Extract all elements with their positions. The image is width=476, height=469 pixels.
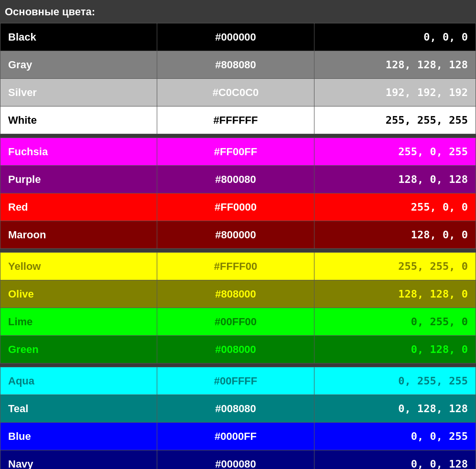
color-hex-cell: #800080 (157, 166, 314, 193)
table-row: Blue#0000FF0, 0, 255 (0, 423, 476, 450)
color-rgb-cell: 0, 128, 128 (314, 395, 476, 423)
table-row: Lime#00FF000, 255, 0 (0, 308, 476, 336)
color-rgb-cell: 0, 0, 0 (314, 23, 476, 51)
table-row: Purple#800080128, 0, 128 (0, 166, 476, 193)
color-rgb-cell: 128, 0, 0 (314, 221, 476, 249)
table-row: Teal#0080800, 128, 128 (0, 395, 476, 423)
table-row: Fuchsia#FF00FF255, 0, 255 (0, 138, 476, 166)
color-hex-cell: #800000 (157, 221, 314, 249)
color-rgb-cell: 255, 255, 255 (314, 107, 476, 134)
color-name-cell: White (0, 107, 157, 134)
color-name-cell: Black (0, 23, 157, 51)
color-hex-cell: #FFFFFF (157, 107, 314, 134)
table-row: Olive#808000128, 128, 0 (0, 280, 476, 308)
color-rgb-cell: 128, 128, 128 (314, 51, 476, 79)
color-hex-cell: #00FFFF (157, 367, 314, 395)
table-row: Yellow#FFFF00255, 255, 0 (0, 253, 476, 280)
color-rgb-cell: 0, 0, 255 (314, 423, 476, 450)
color-name-cell: Maroon (0, 221, 157, 249)
color-hex-cell: #00FF00 (157, 308, 314, 336)
table-row: Red#FF0000255, 0, 0 (0, 193, 476, 221)
color-hex-cell: #FFFF00 (157, 253, 314, 280)
color-table: Black#0000000, 0, 0Gray#808080128, 128, … (0, 23, 476, 469)
color-name-cell: Blue (0, 423, 157, 450)
table-row: Maroon#800000128, 0, 0 (0, 221, 476, 249)
table-row: Silver#C0C0C0192, 192, 192 (0, 79, 476, 107)
color-name-cell: Fuchsia (0, 138, 157, 166)
page-title: Основные цвета: (0, 0, 476, 23)
color-rgb-cell: 128, 128, 0 (314, 280, 476, 308)
table-row: White#FFFFFF255, 255, 255 (0, 107, 476, 134)
color-rgb-cell: 128, 0, 128 (314, 166, 476, 193)
table-row: Gray#808080128, 128, 128 (0, 51, 476, 79)
color-hex-cell: #808080 (157, 51, 314, 79)
table-row: Green#0080000, 128, 0 (0, 336, 476, 363)
color-hex-cell: #008000 (157, 336, 314, 363)
color-name-cell: Olive (0, 280, 157, 308)
color-hex-cell: #000080 (157, 450, 314, 469)
color-name-cell: Yellow (0, 253, 157, 280)
color-rgb-cell: 255, 0, 0 (314, 193, 476, 221)
color-name-cell: Red (0, 193, 157, 221)
color-name-cell: Navy (0, 450, 157, 469)
color-hex-cell: #FF00FF (157, 138, 314, 166)
color-name-cell: Gray (0, 51, 157, 79)
color-rgb-cell: 0, 128, 0 (314, 336, 476, 363)
color-name-cell: Purple (0, 166, 157, 193)
color-hex-cell: #808000 (157, 280, 314, 308)
color-rgb-cell: 0, 255, 0 (314, 308, 476, 336)
color-name-cell: Aqua (0, 367, 157, 395)
color-name-cell: Green (0, 336, 157, 363)
table-row: Aqua#00FFFF0, 255, 255 (0, 367, 476, 395)
color-rgb-cell: 0, 255, 255 (314, 367, 476, 395)
color-name-cell: Teal (0, 395, 157, 423)
color-hex-cell: #000000 (157, 23, 314, 51)
table-row: Black#0000000, 0, 0 (0, 23, 476, 51)
color-name-cell: Lime (0, 308, 157, 336)
color-name-cell: Silver (0, 79, 157, 107)
color-hex-cell: #008080 (157, 395, 314, 423)
color-rgb-cell: 192, 192, 192 (314, 79, 476, 107)
color-hex-cell: #0000FF (157, 423, 314, 450)
color-rgb-cell: 255, 0, 255 (314, 138, 476, 166)
color-hex-cell: #FF0000 (157, 193, 314, 221)
color-rgb-cell: 0, 0, 128 (314, 450, 476, 469)
color-hex-cell: #C0C0C0 (157, 79, 314, 107)
color-rgb-cell: 255, 255, 0 (314, 253, 476, 280)
table-row: Navy#0000800, 0, 128 (0, 450, 476, 469)
